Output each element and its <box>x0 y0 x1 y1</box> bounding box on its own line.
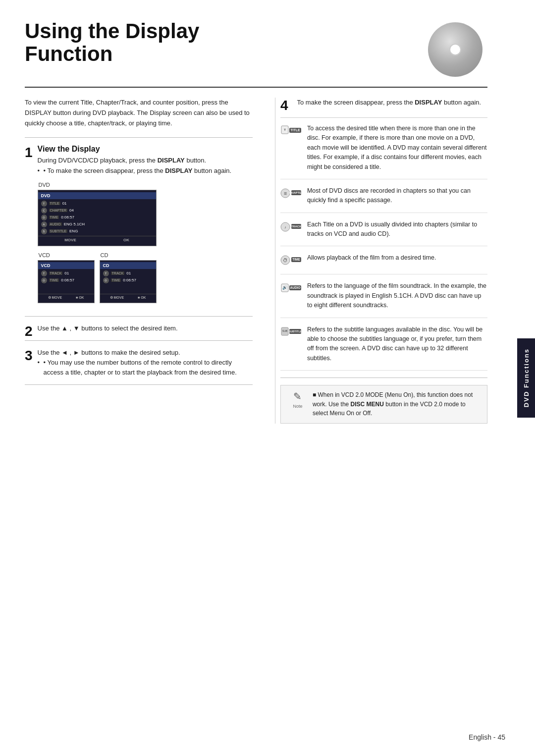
cd-move-label: ⚙ MOVE <box>110 296 124 300</box>
divider-4 <box>25 384 253 385</box>
cd-time-label: TIME <box>111 278 121 282</box>
info-item-track: ♪ TRACK Each Title on a DVD is usually d… <box>280 220 487 247</box>
page-footer: English - 45 <box>469 733 505 741</box>
dvd-row-time: ⊙ TIME 0:06:57 <box>38 214 156 221</box>
vcd-screen-footer: ⚙ MOVE ■ OK <box>38 294 94 301</box>
step-2: 2 Use the ▲ , ▼ buttons to select the de… <box>25 324 253 333</box>
svg-text:TRACK: TRACK <box>291 225 302 228</box>
dvd-screen-large: DVD T TITLE 01 C CHAPTER 04 <box>38 190 157 246</box>
vcd-time-icon: ⊙ <box>41 277 47 283</box>
dvd-row-title: T TITLE 01 <box>38 200 156 207</box>
dvd-screen-footer: MOVE OK <box>38 236 156 244</box>
chapter-label: CHAPTER <box>49 209 67 212</box>
cd-track-label: TRACK <box>111 271 125 275</box>
divider-right <box>280 378 487 378</box>
svg-text:SUB: SUB <box>282 329 288 332</box>
note-box: ✎ Note ■ When in VCD 2.0 MODE (Menu On),… <box>280 385 487 424</box>
subtitle-icon: S <box>41 228 47 234</box>
track-info-icon: ♪ TRACK <box>280 220 302 234</box>
svg-text:⏱: ⏱ <box>283 258 288 263</box>
step-4-number: 4 <box>280 99 288 112</box>
svg-text:TIME: TIME <box>292 258 300 261</box>
page-title: Using the Display Function <box>25 20 418 65</box>
dvd-label: DVD <box>39 182 253 188</box>
title-area: Using the Display Function <box>25 20 418 65</box>
track-info-text: Each Title on a DVD is usually divided i… <box>307 220 487 239</box>
main-content: Using the Display Function To view the c… <box>0 0 517 756</box>
title-icon-svg: T TITLE <box>280 124 302 138</box>
intro-text: To view the current Title, Chapter/Track… <box>25 98 253 128</box>
info-item-chapter: ☰ CHAPTER Most of DVD discs are recorded… <box>280 186 487 213</box>
vcd-label: VCD <box>39 252 95 258</box>
time-value: 0:06:57 <box>61 215 74 219</box>
step-4-content: To make the screen disappear, press the … <box>297 98 481 108</box>
note-pencil-icon: ✎ <box>293 390 302 402</box>
vcd-move-label: ⚙ MOVE <box>48 296 62 300</box>
step-3: 3 Use the ◄ , ► buttons to make the desi… <box>25 348 253 378</box>
title-value: 01 <box>62 201 67 206</box>
vcd-track-label: TRACK <box>49 271 63 275</box>
sidebar-tab: DVD Functions <box>517 338 535 418</box>
right-column: 4 To make the screen disappear, press th… <box>275 98 487 424</box>
cd-screen-footer: ⚙ MOVE ■ OK <box>100 294 156 301</box>
cd-row-track: T TRACK 01 <box>100 270 156 277</box>
subtitle-info-text: Refers to the subtitle languages availab… <box>307 325 487 364</box>
step-4: 4 To make the screen disappear, press th… <box>280 98 487 118</box>
note-icon-area: ✎ Note <box>288 390 308 418</box>
dvd-ok-label: OK <box>123 238 129 242</box>
audio-icon-svg: 🔊 AUDIO <box>280 281 302 295</box>
subtitle-icon-svg: SUB SUBTITLE <box>280 325 302 339</box>
chapter-info-icon: ☰ CHAPTER <box>280 186 302 200</box>
step-1-number: 1 <box>25 146 33 160</box>
dvd-screen-header: DVD <box>38 192 156 199</box>
subtitle-value: ENG <box>69 229 78 233</box>
two-col-layout: To view the current Title, Chapter/Track… <box>25 98 487 424</box>
svg-text:♪: ♪ <box>284 225 286 229</box>
cd-label: CD <box>101 252 157 258</box>
cd-track-value: 01 <box>126 271 131 275</box>
title-info-icon: T TITLE <box>280 124 302 138</box>
header-section: Using the Display Function <box>25 20 487 88</box>
vcd-screen: VCD T TRACK 01 ⊙ TIME <box>38 260 95 303</box>
time-icon-svg: ⏱ TIME <box>280 253 302 267</box>
sidebar-tab-label: DVD Functions <box>523 348 530 407</box>
chapter-value: 04 <box>69 208 74 213</box>
step-2-number: 2 <box>25 324 33 338</box>
time-icon: ⊙ <box>41 215 47 220</box>
left-column: To view the current Title, Chapter/Track… <box>25 98 260 424</box>
audio-icon: A <box>41 221 47 227</box>
step-1-text: During DVD/VCD/CD playback, press the DI… <box>38 156 253 165</box>
vcd-ok-label: ■ OK <box>76 296 84 300</box>
divider-1 <box>25 137 253 138</box>
svg-text:TITLE: TITLE <box>290 128 300 132</box>
step-2-content: Use the ▲ , ▼ buttons to select the desi… <box>38 324 253 333</box>
cd-track-icon: T <box>103 270 109 276</box>
step-1: 1 View the Display During DVD/VCD/CD pla… <box>25 145 253 309</box>
svg-text:CHAPTER: CHAPTER <box>289 191 302 194</box>
cd-screen-header: CD <box>100 262 156 269</box>
title-label: TITLE <box>49 202 60 205</box>
title-info-text: To access the desired title when there i… <box>307 124 487 172</box>
step-3-number: 3 <box>25 349 33 363</box>
page-number: English - 45 <box>469 733 505 741</box>
dvd-row-subtitle: S SUBTITLE ENG <box>38 228 156 235</box>
display-mockups: DVD DVD T TITLE 01 C <box>38 182 253 303</box>
disc-icon <box>428 22 482 77</box>
disc-center <box>449 44 461 55</box>
cd-screen: CD T TRACK 01 ⊙ TIME <box>100 260 157 303</box>
chapter-info-text: Most of DVD discs are recorded in chapte… <box>307 186 487 206</box>
vcd-time-label: TIME <box>49 278 59 282</box>
step-3-content: Use the ◄ , ► buttons to make the desire… <box>38 348 253 378</box>
svg-text:☰: ☰ <box>284 192 287 195</box>
vcd-row-time: ⊙ TIME 0:06:57 <box>38 277 94 284</box>
subtitle-info-icon: SUB SUBTITLE <box>280 325 302 339</box>
time-info-icon: ⏱ TIME <box>280 253 302 267</box>
svg-text:AUDIO: AUDIO <box>290 286 300 289</box>
note-text: ■ When in VCD 2.0 MODE (Menu On), this f… <box>313 390 480 418</box>
step-1-title: View the Display <box>38 145 253 154</box>
cd-time-value: 0:06:57 <box>123 278 136 282</box>
audio-value: ENG 5.1CH <box>64 222 85 226</box>
step-3-text: Use the ◄ , ► buttons to make the desire… <box>38 348 253 358</box>
note-label: Note <box>293 404 302 409</box>
vcd-row-track: T TRACK 01 <box>38 270 94 277</box>
